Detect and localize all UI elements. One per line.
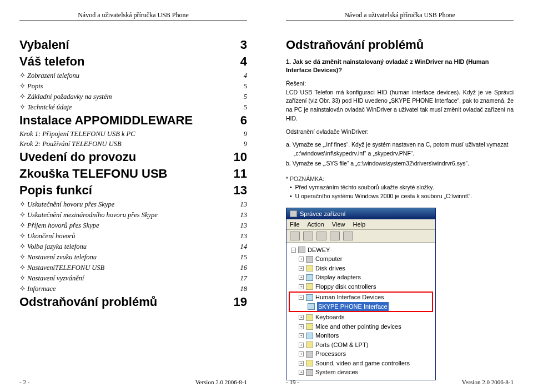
toolbar-btn-4[interactable] bbox=[330, 232, 340, 240]
window-title-text: Správce zařízení bbox=[300, 210, 346, 217]
tree-item[interactable]: +Floppy disk controllers bbox=[291, 282, 431, 292]
toc-subitem: Krok 1: Připojení TELEFONU USB k PC bbox=[19, 130, 135, 138]
toc-page: 9 bbox=[244, 130, 247, 138]
question-1: 1. Jak se dá změnit nainstalovaný ovlada… bbox=[286, 58, 514, 75]
menu-view[interactable]: View bbox=[332, 221, 345, 228]
toc-subitem: ✧Zobrazení telefonu bbox=[19, 71, 79, 80]
toc-heading: Zkouška TELEFONU USB bbox=[19, 167, 167, 181]
toc-page: 4 bbox=[244, 72, 247, 80]
tree-item[interactable]: +Ports (COM & LPT) bbox=[291, 340, 431, 350]
tree-item-hid[interactable]: −Human Interface Devices bbox=[291, 293, 431, 302]
tree-item[interactable]: +Keyboards bbox=[291, 313, 431, 322]
toc-page: 5 bbox=[244, 103, 247, 112]
toc-subitem: ✧Ukončení hovorů bbox=[19, 232, 75, 240]
footer-left: - 2 - Version 2.0 2006-8-1 bbox=[19, 379, 247, 385]
header-right: Návod a uživatelská příručka USB Phone bbox=[286, 11, 514, 21]
toc-subitem: ✧Uskutečnění hovoru přes Skype bbox=[19, 200, 114, 209]
toc-page: 9 bbox=[244, 140, 247, 148]
toc-subitem: ✧NastaveníTELEFONU USB bbox=[19, 263, 104, 272]
toc-page: 15 bbox=[240, 253, 248, 262]
toc-heading: Váš telefon bbox=[19, 54, 84, 69]
window-icon bbox=[290, 210, 297, 217]
remove-title: Odstranění ovladače WinDriver: bbox=[286, 128, 514, 137]
toc-heading: Uvedení do provozu bbox=[19, 150, 136, 164]
header-left: Návod a uživatelská příručka USB Phone bbox=[19, 11, 247, 21]
menu-help[interactable]: Help bbox=[353, 221, 366, 228]
footer-page-left: - 2 - bbox=[19, 379, 29, 385]
toolbar-btn-1[interactable] bbox=[290, 232, 300, 240]
window-titlebar: Správce zařízení bbox=[286, 208, 435, 219]
toc-page: 5 bbox=[244, 82, 247, 91]
window-toolbar bbox=[286, 230, 435, 243]
toc-page: 14 bbox=[240, 243, 248, 251]
tree-item[interactable]: +Mice and other pointing devices bbox=[291, 322, 431, 331]
toc-page: 18 bbox=[240, 285, 248, 293]
note-title: * POZNÁMKA: bbox=[286, 175, 514, 184]
device-tree: −DEWEY +Computer +Disk drives +Display a… bbox=[286, 243, 435, 380]
left-page: Návod a uživatelská příručka USB Phone V… bbox=[0, 0, 266, 392]
toc-page: 10 bbox=[234, 150, 247, 164]
toc-page: 13 bbox=[240, 232, 248, 240]
toc-page: 19 bbox=[234, 295, 247, 309]
section-title: Odstraňování problémů bbox=[286, 38, 514, 52]
tree-item[interactable]: +Processors bbox=[291, 349, 431, 359]
toc-subitem: ✧Uskutečnění mezinárodního hovoru přes S… bbox=[19, 210, 158, 219]
footer-version-right: Version 2.0 2006-8-1 bbox=[462, 379, 514, 385]
toc-page: 3 bbox=[240, 38, 247, 52]
toc-subitem: ✧Nastavení vyzvánění bbox=[19, 274, 84, 283]
toolbar-btn-2[interactable] bbox=[303, 232, 313, 240]
toc-page: 17 bbox=[240, 274, 248, 283]
toc-subitem: ✧Základní požadavky na systém bbox=[19, 92, 112, 101]
tree-item[interactable]: +Disk drives bbox=[291, 264, 431, 273]
footer-page-right: - 19 - bbox=[286, 379, 299, 385]
toc-heading: Instalace APPOMIDDLEWARE bbox=[19, 113, 193, 128]
toc-subitem: ✧Technické údaje bbox=[19, 103, 72, 112]
toc-subitem: ✧Popis bbox=[19, 82, 43, 91]
menu-action[interactable]: Action bbox=[307, 221, 324, 228]
step-b: b. Vymaže se „.SYS file“ a „c:\windows\s… bbox=[286, 159, 514, 168]
toc-page: 13 bbox=[240, 222, 248, 230]
toc-page: 13 bbox=[234, 183, 247, 198]
highlighted-region: −Human Interface Devices SKYPE PHONE Int… bbox=[289, 292, 433, 312]
toc-page: 6 bbox=[240, 113, 247, 128]
step-a: a. Vymaže se „.inf fines“. Když je systé… bbox=[286, 140, 514, 158]
toc-heading: Odstraňování problémů bbox=[19, 295, 157, 309]
menu-file[interactable]: File bbox=[290, 221, 300, 228]
tree-item[interactable]: +Computer bbox=[291, 254, 431, 264]
toc-subitem: ✧Nastavení zvuku telefonu bbox=[19, 253, 97, 262]
toc-subitem: Krok 2: Používání TELEFONU USB bbox=[19, 140, 122, 148]
toc-heading: Popis funkcí bbox=[19, 183, 92, 198]
solution-label: Řešení: bbox=[286, 80, 306, 87]
toc-page: 5 bbox=[244, 93, 247, 101]
tree-item-skype[interactable]: SKYPE PHONE Interface bbox=[291, 302, 431, 311]
solution-paragraph: Řešení: LCD USB Telefon má konfiguraci H… bbox=[286, 79, 514, 123]
footer-version-left: Version 2.0 2006-8-1 bbox=[195, 379, 247, 385]
tree-item[interactable]: +Display adapters bbox=[291, 273, 431, 282]
toc-page: 13 bbox=[240, 211, 248, 219]
toolbar-btn-3[interactable] bbox=[316, 232, 326, 240]
footer-right: - 19 - Version 2.0 2006-8-1 bbox=[286, 379, 514, 385]
toc-page: 11 bbox=[234, 167, 247, 181]
toc-subitem: ✧Příjem hovorů přes Skype bbox=[19, 221, 99, 230]
tree-item[interactable]: +System devices bbox=[291, 368, 431, 377]
device-manager-window: Správce zařízení File Action View Help −… bbox=[286, 208, 436, 380]
toolbar-btn-5[interactable] bbox=[343, 232, 353, 240]
toc-page: 16 bbox=[240, 264, 248, 272]
window-menubar: File Action View Help bbox=[286, 219, 435, 230]
tree-item[interactable]: +Sound, video and game controllers bbox=[291, 359, 431, 368]
solution-text: LCD USB Telefon má konfiguraci HID (huma… bbox=[286, 89, 514, 122]
toc-heading: Vybalení bbox=[19, 38, 69, 52]
note-1: • Před vymazáním těchto souborů ukažte s… bbox=[286, 183, 514, 192]
note-2: • U operačního systému Windows 2000 je c… bbox=[286, 192, 514, 201]
table-of-contents: Vybalení3Váš telefon4✧Zobrazení telefonu… bbox=[19, 38, 247, 309]
toc-page: 4 bbox=[240, 54, 247, 69]
toc-page: 13 bbox=[240, 200, 248, 209]
tree-item[interactable]: +Monitors bbox=[291, 331, 431, 340]
toc-subitem: ✧Volba jazyka telefonu bbox=[19, 242, 87, 251]
toc-subitem: ✧Informace bbox=[19, 284, 56, 293]
right-page: Návod a uživatelská příručka USB Phone O… bbox=[266, 0, 533, 392]
tree-root[interactable]: −DEWEY bbox=[291, 245, 431, 255]
